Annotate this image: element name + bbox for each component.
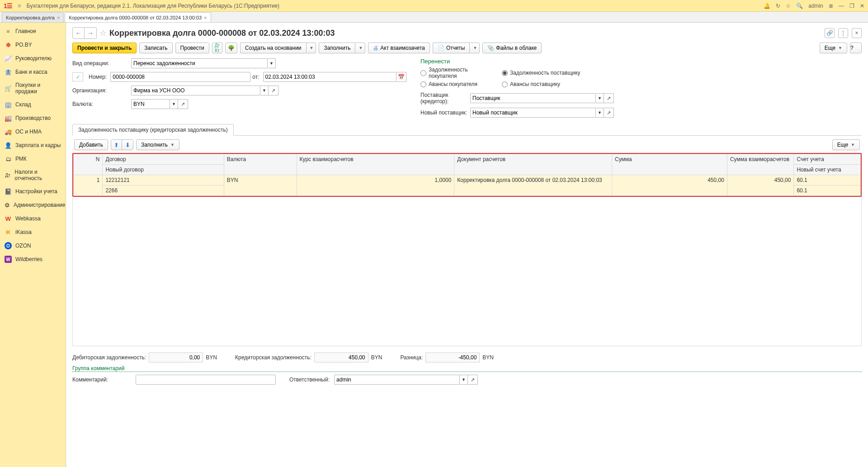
radio-advance-buyer[interactable]: Авансы покупателя <box>420 81 497 87</box>
favorite-star-icon[interactable]: ☆ <box>99 28 107 38</box>
tab-debt-list[interactable]: Корректировка долга × <box>2 12 64 22</box>
reports-caret[interactable]: ▼ <box>469 43 480 53</box>
table-row[interactable]: 1 12212121 BYN 1,0000 Корректировка долг… <box>74 175 861 186</box>
comment-group-link[interactable]: Группа комментарий <box>72 365 862 372</box>
responsible-field[interactable] <box>334 375 460 385</box>
responsible-dropdown[interactable]: ▼ <box>460 375 468 385</box>
new-supplier-open-button[interactable]: ↗ <box>604 108 614 118</box>
cell-new-acct[interactable]: 60.1 <box>794 186 861 196</box>
cell-n[interactable]: 1 <box>74 175 103 196</box>
sidebar-item-ozon[interactable]: OOZON <box>0 239 66 253</box>
cell-rate[interactable]: 1,0000 <box>297 175 454 196</box>
dtkt-button[interactable]: ДтКт <box>212 43 222 53</box>
search-icon[interactable]: 🔍 <box>796 3 803 9</box>
help-button[interactable]: ? <box>850 43 862 53</box>
sidebar-item-production[interactable]: 🏭Производство <box>0 111 66 125</box>
nav-forward-button[interactable]: → <box>85 28 96 38</box>
hamburger-icon[interactable]: ≡ <box>15 3 24 9</box>
sidebar-item-admin[interactable]: ⚙Администрирование <box>0 198 66 212</box>
th-n[interactable]: N <box>74 154 103 175</box>
radio-advance-supplier[interactable]: Авансы поставщику <box>502 81 583 87</box>
radio-debt-supplier[interactable]: Задолженность поставщику <box>502 67 583 79</box>
date-field[interactable] <box>263 72 396 82</box>
cell-currency[interactable]: BYN <box>224 175 297 196</box>
th-doc[interactable]: Документ расчетов <box>454 154 612 175</box>
org-open-button[interactable]: ↗ <box>269 86 278 95</box>
sidebar-item-sales[interactable]: 🛒Покупки и продажи <box>0 79 66 98</box>
fill-button[interactable]: Заполнить <box>319 43 355 53</box>
th-rate[interactable]: Курс взаиморасчетов <box>297 154 454 175</box>
table-more-button[interactable]: Еще▼ <box>832 139 860 150</box>
move-down-button[interactable]: ⬇ <box>122 140 133 150</box>
sidebar-item-rmk[interactable]: 🗂РМК <box>0 152 66 166</box>
close-icon[interactable]: × <box>204 15 207 20</box>
sidebar-item-webkassa[interactable]: WWebkassa <box>0 212 66 225</box>
th-sum2[interactable]: Сумма взаиморасчетов <box>727 154 794 175</box>
star-icon[interactable]: ☆ <box>786 3 791 9</box>
subtab-supplier-debt[interactable]: Задолженность поставщику (кредиторская з… <box>72 124 234 136</box>
th-acct[interactable]: Счет учета <box>794 154 861 165</box>
responsible-open-button[interactable]: ↗ <box>468 375 478 385</box>
sidebar-item-main[interactable]: ≡Главное <box>0 24 66 38</box>
settings-icon[interactable]: ≣ <box>829 3 833 9</box>
history-icon[interactable]: ↻ <box>776 3 780 9</box>
close-form-icon[interactable]: × <box>852 28 862 38</box>
post-button[interactable]: Провести <box>175 43 209 53</box>
sidebar-item-bank[interactable]: 🏦Банк и касса <box>0 65 66 79</box>
th-sum[interactable]: Сумма <box>612 154 727 175</box>
create-based-button[interactable]: Создать на основании <box>240 43 306 53</box>
comment-field[interactable] <box>136 375 276 385</box>
op-type-field[interactable] <box>131 58 268 68</box>
act-button[interactable]: 🖨Акт взаимозачета <box>368 43 430 53</box>
close-icon[interactable]: × <box>57 15 60 20</box>
close-window-icon[interactable]: ✕ <box>860 3 864 9</box>
reports-button[interactable]: 📄Отчеты <box>433 43 469 53</box>
sidebar-item-settings[interactable]: 📓Настройки учета <box>0 185 66 198</box>
new-supplier-field[interactable] <box>470 108 596 118</box>
table-empty-space[interactable] <box>72 197 862 346</box>
move-up-button[interactable]: ⬆ <box>111 140 122 150</box>
sidebar-item-assets[interactable]: 🚚ОС и НМА <box>0 125 66 138</box>
th-new-acct[interactable]: Новый счет учета <box>794 165 861 175</box>
cloud-files-button[interactable]: 📎Файлы в облаке <box>482 43 542 53</box>
cell-new-dogovor[interactable]: 2266 <box>103 186 224 196</box>
supplier-open-button[interactable]: ↗ <box>604 93 614 103</box>
kebab-icon[interactable]: ⋮ <box>838 28 848 38</box>
radio-debt-buyer[interactable]: Задолженность покупателя <box>420 67 497 79</box>
cell-sum[interactable]: 450,00 <box>612 175 727 196</box>
user-label[interactable]: admin <box>808 3 823 9</box>
sidebar-item-ikassa[interactable]: iKiKassa <box>0 225 66 239</box>
more-button[interactable]: Еще▼ <box>820 43 847 53</box>
cell-dogovor[interactable]: 12212121 <box>103 175 224 186</box>
post-and-close-button[interactable]: Провести и закрыть <box>72 43 137 53</box>
sidebar-item-manager[interactable]: 📈Руководителю <box>0 52 66 65</box>
th-currency[interactable]: Валюта <box>224 154 297 175</box>
th-dogovor[interactable]: Договор <box>103 154 224 165</box>
sidebar-item-poby[interactable]: ✽PO.BY <box>0 38 66 52</box>
fill-caret[interactable]: ▼ <box>355 43 365 53</box>
supplier-dropdown[interactable]: ▼ <box>596 93 604 103</box>
table-add-button[interactable]: Добавить <box>74 139 108 150</box>
sidebar-item-taxes[interactable]: ДтНалоги и отчетность <box>0 166 66 185</box>
sidebar-item-hr[interactable]: 👤Зарплата и кадры <box>0 138 66 152</box>
org-dropdown[interactable]: ▼ <box>260 86 269 95</box>
nav-back-button[interactable]: ← <box>73 28 85 38</box>
save-button[interactable]: Записать <box>139 43 172 53</box>
currency-field[interactable] <box>131 99 170 109</box>
sidebar-item-warehouse[interactable]: 🏢Склад <box>0 98 66 111</box>
structure-button[interactable]: 🌳 <box>225 43 237 53</box>
tab-debt-document[interactable]: Корректировка долга 0000-000008 от 02.03… <box>65 12 211 22</box>
bell-icon[interactable]: 🔔 <box>764 3 770 9</box>
th-new-dogovor[interactable]: Новый договор <box>103 165 224 175</box>
number-field[interactable] <box>110 72 250 82</box>
supplier-field[interactable] <box>470 93 596 103</box>
cell-acct[interactable]: 60.1 <box>794 175 861 186</box>
currency-dropdown[interactable]: ▼ <box>170 99 178 109</box>
link-icon[interactable]: 🔗 <box>825 28 835 38</box>
create-based-caret[interactable]: ▼ <box>306 43 316 53</box>
restore-icon[interactable]: ❐ <box>849 3 854 9</box>
currency-open-button[interactable]: ↗ <box>178 99 188 109</box>
cell-sum2[interactable]: 450,00 <box>727 175 794 196</box>
calendar-icon[interactable]: 📅 <box>396 72 406 82</box>
sidebar-item-wildberries[interactable]: WWildberries <box>0 253 66 266</box>
